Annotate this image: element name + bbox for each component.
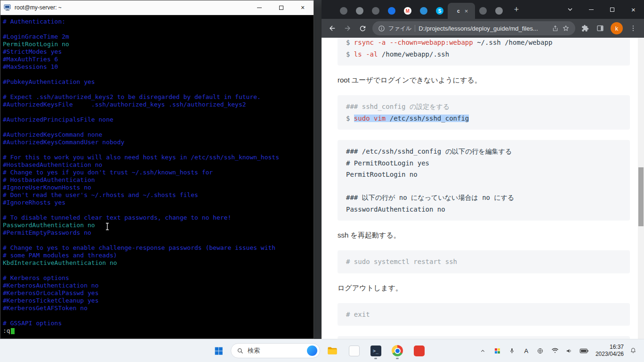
browser-content: $ rsync -a --chown=webapp:webapp ~/.ssh … xyxy=(322,38,644,339)
notes-app-icon xyxy=(349,346,360,356)
microphone-icon[interactable] xyxy=(507,344,517,358)
code-line: # PermitRootLogin yes xyxy=(346,157,621,169)
browser-tab[interactable] xyxy=(416,3,432,19)
browser-tab[interactable] xyxy=(352,3,368,19)
battery-icon[interactable] xyxy=(579,344,589,358)
tab-close-icon[interactable]: × xyxy=(465,8,468,14)
system-tray: A 16:37 2023/04/26 xyxy=(478,344,644,358)
terminal-line: # Kerberos options xyxy=(3,274,311,282)
terminal-maximize-button[interactable] xyxy=(270,0,292,15)
site-info-icon[interactable] xyxy=(378,25,385,32)
code-line: $ rsync -a --chown=webapp:webapp ~/.ssh … xyxy=(346,38,621,49)
taskbar-app-terminal[interactable]: >_ xyxy=(366,341,385,360)
tab-favicon xyxy=(420,7,427,15)
notification-bell-icon[interactable] xyxy=(628,344,638,358)
taskbar-app-chrome[interactable] xyxy=(388,341,407,360)
browser-minimize-button[interactable] xyxy=(580,0,602,19)
taskbar-app-explorer[interactable] xyxy=(323,341,342,360)
terminal-line: #AuthorizedPrincipalsFile none xyxy=(3,116,311,123)
profile-avatar[interactable]: k xyxy=(611,22,623,34)
code-line: $ sudo vim /etc/ssh/sshd_config xyxy=(346,113,621,124)
terminal-line: # Don't read the user's ~/.rhosts and ~/… xyxy=(3,191,311,199)
terminal-line: #MaxAuthTries 6 xyxy=(3,56,311,63)
terminal-line: # Authentication: xyxy=(3,18,311,25)
terminal-line xyxy=(3,237,311,244)
terminal-line: #HostbasedAuthentication no xyxy=(3,161,311,169)
side-panel-icon[interactable] xyxy=(593,21,607,35)
browser-tab[interactable] xyxy=(368,3,384,19)
paragraph: root ユーザでログインできないようにする。 xyxy=(338,76,630,85)
start-button[interactable] xyxy=(209,341,228,360)
tab-favicon xyxy=(388,7,395,15)
terminal-titlebar[interactable]: root@my-server: ~ × xyxy=(0,0,314,15)
new-tab-button[interactable]: + xyxy=(510,3,523,16)
taskbar-search[interactable]: 検索 xyxy=(231,343,320,358)
terminal-line: #IgnoreRhosts yes xyxy=(3,199,311,206)
terminal-window: root@my-server: ~ × # Authentication: #L… xyxy=(0,0,314,339)
terminal-line: #AuthorizedKeysCommandUser nobody xyxy=(3,139,311,146)
back-button[interactable] xyxy=(325,21,339,35)
terminal-line: #MaxSessions 10 xyxy=(3,63,311,71)
terminal-line: #KerberosTicketCleanup yes xyxy=(3,297,311,304)
extensions-icon[interactable] xyxy=(578,21,592,35)
forward-button[interactable] xyxy=(340,21,354,35)
tab-search-icon[interactable] xyxy=(559,0,580,19)
terminal-line: #IgnoreUserKnownHosts no xyxy=(3,184,311,191)
red-app-icon xyxy=(414,346,425,356)
bookmark-star-icon[interactable] xyxy=(562,25,570,32)
mouse-ibeam-cursor xyxy=(105,222,110,232)
browser-tab[interactable] xyxy=(491,3,507,19)
terminal-line: # To disable tunneled clear text passwor… xyxy=(3,214,311,222)
taskbar-app-red[interactable] xyxy=(410,341,428,360)
url-text: D:/projects/lessons/deploy_guide/md_file… xyxy=(419,25,548,32)
browser-tabstrip: MSc× + × xyxy=(322,0,644,19)
terminal-screen[interactable]: # Authentication: #LoginGraceTime 2mPerm… xyxy=(0,15,314,338)
terminal-line: #KerberosAuthentication no xyxy=(3,282,311,289)
terminal-line: # Expect .ssh/authorized_keys2 to be dis… xyxy=(3,93,311,101)
tray-app-icon[interactable] xyxy=(492,344,503,358)
browser-tab[interactable] xyxy=(475,3,491,19)
browser-tab[interactable] xyxy=(384,3,400,19)
taskbar-clock[interactable]: 16:37 2023/04/26 xyxy=(596,344,624,358)
browser-tab[interactable]: S xyxy=(432,3,448,19)
browser-tab[interactable]: M xyxy=(400,3,416,19)
menu-icon[interactable] xyxy=(626,21,640,35)
address-bar[interactable]: ファイル D:/projects/lessons/deploy_guide/md… xyxy=(372,21,575,35)
share-icon[interactable] xyxy=(552,25,559,32)
tab-list: MSc× xyxy=(336,3,507,19)
code-line: PasswordAuthentication no xyxy=(346,204,621,215)
terminal-minimize-button[interactable] xyxy=(249,0,270,15)
wifi-icon[interactable] xyxy=(550,344,560,358)
browser-close-button[interactable]: × xyxy=(623,0,644,19)
volume-icon[interactable] xyxy=(564,344,575,358)
terminal-buffer: # Authentication: #LoginGraceTime 2mPerm… xyxy=(3,18,311,327)
tab-favicon xyxy=(495,7,503,15)
tab-favicon xyxy=(479,7,487,15)
terminal-app-icon: >_ xyxy=(370,346,381,356)
terminal-line: #AuthorizedKeysFile .ssh/authorized_keys… xyxy=(3,101,311,108)
network-globe-icon[interactable] xyxy=(535,344,546,358)
maximize-icon xyxy=(610,8,614,12)
terminal-close-button[interactable]: × xyxy=(292,0,314,15)
browser-window: MSc× + × ファイル D:/projects/lessons/depl xyxy=(322,0,644,339)
terminal-line: # For this to work you will also need ho… xyxy=(3,154,311,161)
taskbar-app-notes[interactable] xyxy=(345,341,363,360)
terminal-line: #StrictModes yes xyxy=(3,48,311,56)
terminal-line: # Change to yes if you don't trust ~/.ss… xyxy=(3,169,311,176)
terminal-line xyxy=(3,123,311,131)
ime-mode-indicator[interactable]: A xyxy=(522,347,531,354)
scrollbar-thumb[interactable] xyxy=(638,167,644,226)
scrollbar[interactable] xyxy=(638,38,644,339)
browser-maximize-button[interactable] xyxy=(602,0,623,19)
code-block: ### sshd_config の設定をする$ sudo vim /etc/ss… xyxy=(338,95,630,130)
search-label: 検索 xyxy=(248,346,303,355)
windows-logo-icon xyxy=(214,346,224,356)
browser-tab-active[interactable]: c× xyxy=(448,3,475,19)
tray-chevron-up-icon[interactable] xyxy=(478,344,488,358)
taskbar-apps: 検索 >_ xyxy=(0,341,428,360)
tab-favicon xyxy=(356,7,363,15)
reload-button[interactable] xyxy=(355,21,370,35)
browser-tab[interactable] xyxy=(336,3,352,19)
paragraph: ssh を再起動する。 xyxy=(338,231,630,240)
code-line: # sudo systemctl restart ssh xyxy=(346,256,621,268)
